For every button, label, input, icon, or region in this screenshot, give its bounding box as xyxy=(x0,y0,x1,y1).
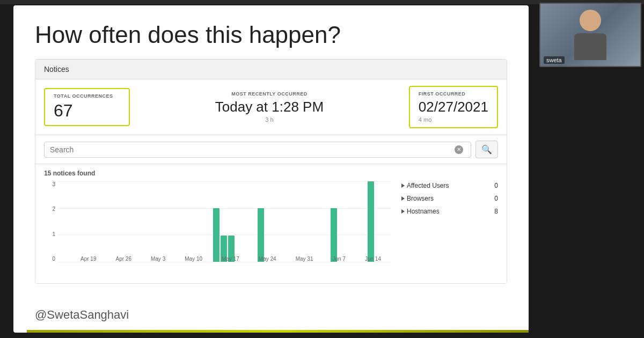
x-label-jun7: Jun 7 xyxy=(332,256,345,262)
notices-found-count: 15 notices found xyxy=(44,170,95,177)
clear-icon[interactable]: ✕ xyxy=(455,145,463,154)
first-occurred-box: FIRST OCCURRED 02/27/2021 4 mo xyxy=(409,86,498,128)
search-input[interactable] xyxy=(50,145,455,154)
search-row: ✕ 🔍 xyxy=(35,135,507,164)
legend-hostnames-label: Hostnames xyxy=(401,208,440,215)
x-label-apr26: Apr 26 xyxy=(115,256,131,262)
person-body xyxy=(574,33,606,60)
first-occurred-label: FIRST OCCURRED xyxy=(419,91,488,97)
presenter-box: sweta xyxy=(539,3,641,67)
x-label-may17: May 17 xyxy=(222,256,239,262)
legend-browsers-count: 0 xyxy=(494,195,498,202)
legend-affected-users[interactable]: Affected Users 0 xyxy=(401,180,498,191)
triangle-icon-2 xyxy=(401,196,405,201)
person-head xyxy=(580,10,601,31)
legend-browsers-text: Browsers xyxy=(407,195,434,202)
chart-area: 15 notices found 3 2 1 0 xyxy=(35,164,507,283)
stats-row: TOTAL OCCURRENCES 67 MOST RECENTLY OCCUR… xyxy=(35,79,507,135)
x-axis: Apr 19 Apr 26 May 3 May 10 May 17 May 24… xyxy=(71,247,391,262)
most-recently-sub: 3 h xyxy=(138,116,400,123)
triangle-icon-3 xyxy=(401,209,405,214)
x-label-jun14: Jun 14 xyxy=(365,256,381,262)
legend-affected-label: Affected Users xyxy=(401,182,449,189)
chart-container: 3 2 1 0 xyxy=(44,181,391,278)
slide-title: How often does this happen? xyxy=(13,5,529,59)
y-label-1: 1 xyxy=(52,231,55,237)
bottom-bar xyxy=(27,330,529,333)
search-wrapper[interactable]: ✕ xyxy=(44,142,471,158)
legend-browsers-label: Browsers xyxy=(401,195,434,202)
watermark: @SwetaSanghavi xyxy=(35,308,129,322)
x-label-may31: May 31 xyxy=(296,256,313,262)
total-occurrences-box: TOTAL OCCURRENCES 67 xyxy=(44,88,130,126)
notices-header: Notices xyxy=(35,60,507,79)
y-axis: 3 2 1 0 xyxy=(44,181,57,262)
y-label-0: 0 xyxy=(52,256,55,262)
y-label-2: 2 xyxy=(52,206,55,212)
most-recently-value: Today at 1:28 PM xyxy=(138,99,400,115)
triangle-icon-1 xyxy=(401,183,405,188)
x-label-may24: May 24 xyxy=(259,256,276,262)
legend-browsers[interactable]: Browsers 0 xyxy=(401,193,498,204)
total-occurrences-label: TOTAL OCCURRENCES xyxy=(54,93,120,99)
chart-inner: Apr 19 Apr 26 May 3 May 10 May 17 May 24… xyxy=(57,181,391,262)
legend-affected-count: 0 xyxy=(494,182,498,189)
legend-affected-text: Affected Users xyxy=(407,182,449,189)
x-label-may10: May 10 xyxy=(185,256,202,262)
chart-count: 15 notices found xyxy=(44,170,391,177)
first-occurred-sub: 4 mo xyxy=(419,116,488,123)
y-label-3: 3 xyxy=(52,181,55,187)
most-recently-box: MOST RECENTLY OCCURRED Today at 1:28 PM … xyxy=(130,87,409,127)
x-label-may3: May 3 xyxy=(151,256,165,262)
main-slide: How often does this happen? Notices TOTA… xyxy=(13,5,529,333)
person-shape xyxy=(574,10,606,60)
legend-hostnames[interactable]: Hostnames 8 xyxy=(401,206,498,217)
search-button[interactable]: 🔍 xyxy=(475,141,498,158)
notices-panel: Notices TOTAL OCCURRENCES 67 MOST RECENT… xyxy=(35,59,507,284)
legend-hostnames-text: Hostnames xyxy=(407,208,440,215)
first-occurred-value: 02/27/2021 xyxy=(419,99,488,115)
total-occurrences-value: 67 xyxy=(54,101,120,121)
chart-left: 15 notices found 3 2 1 0 xyxy=(44,170,391,278)
chart-legend: Affected Users 0 Browsers 0 Hostnames xyxy=(401,170,498,278)
most-recently-label: MOST RECENTLY OCCURRED xyxy=(138,91,400,97)
grid-line-0 xyxy=(57,262,391,262)
x-label-apr19: Apr 19 xyxy=(80,256,96,262)
presenter-name: sweta xyxy=(544,56,565,64)
legend-hostnames-count: 8 xyxy=(494,208,498,215)
